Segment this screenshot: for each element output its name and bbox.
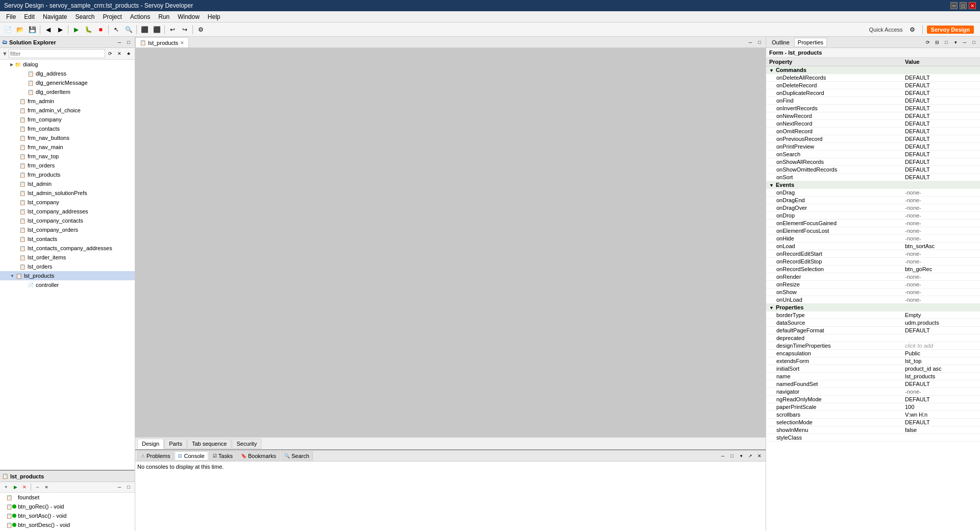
prop-row-onrecordeditstart[interactable]: onRecordEditStart -none- xyxy=(766,250,980,258)
prop-value[interactable]: DEFAULT xyxy=(902,380,980,388)
right-panel-icon-btn4[interactable]: ▾ xyxy=(951,38,960,46)
prop-value[interactable]: -none- xyxy=(902,189,980,197)
tree-item-frm_products[interactable]: 📋frm_products xyxy=(0,170,135,179)
prop-row-selectionmode[interactable]: selectionMode DEFAULT xyxy=(766,419,980,426)
prop-value[interactable]: DEFAULT xyxy=(902,74,980,82)
prop-row-bordertype[interactable]: borderType Empty xyxy=(766,311,980,319)
bottom-tree-item[interactable]: 📋btn_sortDesc() - void xyxy=(0,520,135,529)
prop-row-paperprintscale[interactable]: paperPrintScale 100 xyxy=(766,403,980,411)
tab-security[interactable]: Security xyxy=(232,439,261,449)
maximize-btn[interactable]: □ xyxy=(960,2,967,9)
stop-btn[interactable]: ■ xyxy=(95,24,106,35)
prop-row-onshowomittedrecords[interactable]: onShowOmittedRecords DEFAULT xyxy=(766,166,980,174)
prop-value[interactable]: click to add xyxy=(902,342,980,350)
prop-row-onnextrecord[interactable]: onNextRecord DEFAULT xyxy=(766,120,980,128)
prop-value[interactable]: -none- xyxy=(902,273,980,281)
settings-btn[interactable]: ⚙ xyxy=(195,24,206,35)
prop-value[interactable]: DEFAULT xyxy=(902,120,980,128)
prop-value[interactable]: Public xyxy=(902,350,980,357)
tree-item-frm_nav_main[interactable]: 📋frm_nav_main xyxy=(0,142,135,152)
new-btn[interactable]: 📄 xyxy=(2,24,13,35)
prop-value[interactable]: lst_top xyxy=(902,357,980,365)
bottom-tree-item[interactable]: 📋foundset xyxy=(0,493,135,502)
right-panel-icon-btn1[interactable]: ⟳ xyxy=(924,38,932,46)
prop-row-onrender[interactable]: onRender -none- xyxy=(766,273,980,281)
prop-value[interactable]: btn_sortAsc xyxy=(902,243,980,250)
right-tab-outline[interactable]: Outline xyxy=(768,38,793,47)
prop-group-properties[interactable]: ▼Properties xyxy=(766,304,980,311)
right-panel-icon-btn3[interactable]: □ xyxy=(942,38,950,46)
filter-input[interactable] xyxy=(9,49,105,58)
right-panel-icon-btn2[interactable]: ⊟ xyxy=(933,38,941,46)
sol-bottom-delete-btn[interactable]: ✕ xyxy=(20,483,29,491)
right-panel-minimize-btn[interactable]: ─ xyxy=(961,38,969,46)
minimize-btn[interactable]: ─ xyxy=(950,2,958,9)
prop-value[interactable]: -none- xyxy=(902,258,980,266)
console-close-btn[interactable]: ✕ xyxy=(755,452,764,460)
prop-row-onduplicaterecord[interactable]: onDuplicateRecord DEFAULT xyxy=(766,89,980,97)
prop-row-styleclass[interactable]: styleClass xyxy=(766,434,980,442)
console-maximize-btn[interactable]: ↗ xyxy=(746,452,754,460)
prop-row-deprecated[interactable]: deprecated xyxy=(766,334,980,342)
prop-value[interactable]: DEFAULT xyxy=(902,82,980,89)
filter-icon-btn3[interactable]: ★ xyxy=(125,50,133,58)
tree-item-dlg_address[interactable]: 📋dlg_address xyxy=(0,69,135,78)
tree-item-lst_contacts[interactable]: 📋lst_contacts xyxy=(0,234,135,244)
prop-value[interactable]: V:wn H:n xyxy=(902,411,980,419)
zoom-btn[interactable]: 🔍 xyxy=(123,24,134,35)
prop-value[interactable]: DEFAULT xyxy=(902,112,980,120)
prop-value[interactable]: -none- xyxy=(902,197,980,204)
editor-tab-close[interactable]: ✕ xyxy=(180,40,184,45)
prop-value[interactable]: DEFAULT xyxy=(902,105,980,112)
tab-design[interactable]: Design xyxy=(137,439,164,449)
editor-maximize-btn[interactable]: □ xyxy=(755,38,764,46)
tree-item-dlg_orderItem[interactable]: 📋dlg_orderItem xyxy=(0,87,135,96)
tree-item-lst_contacts_company_addresses[interactable]: 📋lst_contacts_company_addresses xyxy=(0,244,135,253)
prop-value[interactable]: -none- xyxy=(902,227,980,235)
forward-btn[interactable]: ▶ xyxy=(55,24,66,35)
prop-value[interactable]: DEFAULT xyxy=(902,89,980,97)
prop-row-encapsulation[interactable]: encapsulation Public xyxy=(766,350,980,357)
tree-item-lst_company_contacts[interactable]: 📋lst_company_contacts xyxy=(0,216,135,225)
tree-item-frm_admin_vl_choice[interactable]: 📋frm_admin_vl_choice xyxy=(0,106,135,115)
prop-row-onsearch[interactable]: onSearch DEFAULT xyxy=(766,151,980,158)
prop-row-onshow[interactable]: onShow -none- xyxy=(766,288,980,296)
menu-run[interactable]: Run xyxy=(154,12,174,21)
tree-item-lst_admin_solutionPrefs[interactable]: 📋lst_admin_solutionPrefs xyxy=(0,188,135,198)
tree-item-controller[interactable]: 📄controller xyxy=(0,280,135,289)
prop-row-defaultpageformat[interactable]: defaultPageFormat DEFAULT xyxy=(766,327,980,334)
prop-value[interactable]: DEFAULT xyxy=(902,151,980,158)
tree-item-lst_company_orders[interactable]: 📋lst_company_orders xyxy=(0,225,135,234)
prop-value[interactable]: -none- xyxy=(902,212,980,220)
prop-value[interactable]: -none- xyxy=(902,281,980,288)
prop-row-showinmenu[interactable]: showInMenu false xyxy=(766,426,980,434)
prop-value[interactable]: -none- xyxy=(902,204,980,212)
console-menu-btn[interactable]: ▾ xyxy=(737,452,745,460)
prop-row-navigator[interactable]: navigator -none- xyxy=(766,388,980,396)
console-tab-search[interactable]: 🔍 Search xyxy=(281,451,313,461)
debug-btn[interactable]: 🐛 xyxy=(83,24,94,35)
prop-row-onrecordselection[interactable]: onRecordSelection btn_goRec xyxy=(766,266,980,273)
tree-item-lst_admin[interactable]: 📋lst_admin xyxy=(0,179,135,188)
prop-row-onshowallrecords[interactable]: onShowAllRecords DEFAULT xyxy=(766,158,980,166)
align-left-btn[interactable]: ⬛ xyxy=(139,24,150,35)
menu-project[interactable]: Project xyxy=(99,12,126,21)
console-tab-problems[interactable]: ⚠ Problems xyxy=(137,451,174,461)
prop-row-extendsform[interactable]: extendsForm lst_top xyxy=(766,357,980,365)
prop-row-onprintpreview[interactable]: onPrintPreview DEFAULT xyxy=(766,143,980,151)
prop-row-ondrop[interactable]: onDrop -none- xyxy=(766,212,980,220)
prop-row-onsort[interactable]: onSort DEFAULT xyxy=(766,174,980,181)
title-controls[interactable]: ─ □ ✕ xyxy=(950,2,976,9)
prop-value[interactable]: DEFAULT xyxy=(902,143,980,151)
prop-value[interactable]: Empty xyxy=(902,311,980,319)
prop-value[interactable]: DEFAULT xyxy=(902,419,980,426)
menu-help[interactable]: Help xyxy=(204,12,225,21)
save-btn[interactable]: 💾 xyxy=(27,24,38,35)
prop-value[interactable]: btn_goRec xyxy=(902,266,980,273)
sol-bottom-minimize-btn[interactable]: ─ xyxy=(115,483,124,491)
console-new-btn[interactable]: □ xyxy=(728,452,736,460)
prop-group-events[interactable]: ▼Events xyxy=(766,181,980,189)
console-tab-tasks[interactable]: ☑ Tasks xyxy=(209,451,236,461)
tree-item-frm_company[interactable]: 📋frm_company xyxy=(0,115,135,124)
prop-row-ondrag[interactable]: onDrag -none- xyxy=(766,189,980,197)
